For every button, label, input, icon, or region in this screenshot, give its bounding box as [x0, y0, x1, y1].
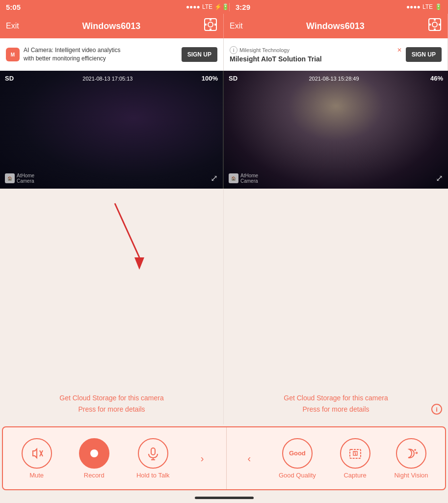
left-ad-text: AI Camera: Intelligent video analytics w…: [24, 46, 178, 63]
right-cloud-line1: Get Cloud Storage for this camera: [284, 392, 388, 403]
left-sd-label: SD: [5, 75, 14, 82]
left-controls-panel: Mute Record Hold to Talk: [3, 427, 227, 489]
mute-button[interactable]: Mute: [22, 438, 52, 479]
ad-row: M AI Camera: Intelligent video analytics…: [0, 38, 448, 71]
svg-rect-2: [210, 18, 211, 21]
capture-button[interactable]: Capture: [340, 438, 370, 479]
record-button[interactable]: Record: [79, 438, 109, 479]
right-middle-panel: Get Cloud Storage for this camera Press …: [224, 189, 448, 424]
svg-rect-10: [428, 24, 431, 26]
ad-close-icon[interactable]: ✕: [397, 47, 402, 54]
svg-line-21: [355, 451, 356, 455]
lte-label: LTE: [202, 3, 212, 10]
left-status-icons: ●●●● LTE ⚡🔋: [186, 3, 229, 10]
right-athome-watermark: 🏠 AtHomeCamera: [229, 173, 258, 184]
record-circle: [79, 438, 109, 469]
capture-icon: [348, 447, 362, 460]
right-athome-text: AtHomeCamera: [240, 173, 258, 184]
svg-point-1: [208, 22, 213, 27]
right-camera-title: Windows6013: [243, 21, 428, 31]
athome-logo-icon: 🏠: [5, 173, 15, 183]
right-ad-info-row: i Milesight Technology ✕: [230, 46, 402, 54]
capture-circle: [340, 438, 370, 469]
svg-rect-4: [204, 24, 207, 26]
header-row: Exit Windows6013 Exit Windows6013: [0, 14, 448, 38]
hold-to-talk-label: Hold to Talk: [136, 472, 170, 479]
status-bar-left: 5:05 ●●●● LTE ⚡🔋: [6, 3, 230, 11]
night-vision-label: Night Vision: [394, 472, 428, 479]
right-cloud-storage-text[interactable]: Get Cloud Storage for this camera Press …: [284, 392, 388, 415]
left-ad-panel[interactable]: M AI Camera: Intelligent video analytics…: [0, 38, 224, 71]
right-signup-button[interactable]: SIGN UP: [406, 47, 442, 62]
left-datetime: 2021-08-13 17:05:13: [82, 76, 132, 82]
svg-rect-5: [214, 24, 217, 26]
status-bar-right: 3:29 ●●●● LTE 🔋: [230, 3, 442, 11]
left-middle-panel: Get Cloud Storage for this camera Press …: [0, 189, 224, 424]
ad-line1: AI Camera: Intelligent video analytics: [24, 46, 178, 55]
right-time: 3:29: [236, 3, 250, 11]
right-settings-icon[interactable]: [428, 18, 442, 34]
svg-rect-8: [434, 18, 436, 21]
right-controls-panel: ‹ Good Good Quality Capture: [227, 427, 445, 489]
ad-main-title: Milesight AIoT Solution Trial: [230, 55, 402, 63]
left-expand-icon[interactable]: ⤢: [211, 173, 218, 184]
record-icon: [87, 447, 101, 460]
right-header-panel: Exit Windows6013: [224, 14, 448, 38]
svg-marker-13: [134, 257, 144, 270]
right-expand-icon[interactable]: ⤢: [436, 173, 443, 184]
record-label: Record: [84, 472, 105, 479]
left-time: 5:05: [6, 3, 21, 11]
left-nav-arrow[interactable]: ‹: [243, 449, 255, 468]
svg-point-24: [416, 452, 418, 453]
ad-company-name: Milesight Technology: [239, 47, 290, 53]
left-settings-icon[interactable]: [204, 18, 217, 34]
left-cloud-storage-text[interactable]: Get Cloud Storage for this camera Press …: [59, 392, 163, 415]
left-athome-watermark: 🏠 AtHomeCamera: [5, 173, 34, 184]
left-header-panel: Exit Windows6013: [0, 14, 224, 38]
left-exit-button[interactable]: Exit: [6, 22, 19, 30]
right-sd-label: SD: [229, 75, 237, 82]
left-cloud-line1: Get Cloud Storage for this camera: [59, 392, 163, 403]
right-battery-percent: 46%: [430, 75, 443, 82]
info-circle-button[interactable]: i: [431, 404, 442, 415]
right-signal-icon: ●●●●: [406, 3, 421, 10]
left-camera-overlay: SD 2021-08-13 17:05:13 100%: [0, 75, 223, 82]
left-signup-button[interactable]: SIGN UP: [182, 47, 217, 62]
ad-line2: with better monitoring efficiency: [24, 55, 178, 63]
right-nav-arrow[interactable]: ›: [197, 449, 208, 468]
right-camera-feed: [224, 71, 448, 189]
home-indicator: [0, 492, 448, 503]
right-battery-icon: 🔋: [435, 3, 442, 10]
status-bar: 5:05 ●●●● LTE ⚡🔋 3:29 ●●●● LTE 🔋: [0, 0, 448, 14]
left-cloud-line2: Press for more details: [59, 404, 163, 415]
milesight-logo: M: [6, 48, 20, 61]
info-icon: i: [230, 46, 237, 54]
right-ad-panel[interactable]: i Milesight Technology ✕ Milesight AIoT …: [224, 38, 448, 71]
quality-button[interactable]: Good Good Quality: [279, 438, 316, 479]
svg-line-12: [115, 203, 139, 257]
microphone-icon: [146, 447, 160, 460]
right-camera-overlay: SD 2021-08-13 15:28:49 46%: [224, 75, 448, 82]
svg-rect-3: [210, 28, 211, 31]
right-exit-button[interactable]: Exit: [230, 22, 243, 30]
right-athome-logo-icon: 🏠: [229, 173, 238, 183]
svg-rect-17: [151, 448, 155, 455]
hold-to-talk-button[interactable]: Hold to Talk: [136, 438, 170, 479]
capture-label: Capture: [343, 472, 366, 479]
battery-icon: ⚡🔋: [214, 3, 229, 10]
home-bar: [195, 497, 254, 499]
signal-icon: ●●●●: [186, 3, 200, 10]
svg-point-7: [432, 22, 437, 27]
right-datetime: 2021-08-13 15:28:49: [309, 76, 359, 82]
camera-row: SD 2021-08-13 17:05:13 100% 🏠 AtHomeCame…: [0, 71, 448, 189]
controls-row: Mute Record Hold to Talk: [2, 426, 446, 490]
svg-rect-9: [434, 28, 436, 31]
left-camera-panel: SD 2021-08-13 17:05:13 100% 🏠 AtHomeCame…: [0, 71, 224, 189]
right-camera-panel: SD 2021-08-13 15:28:49 46% 🏠 AtHomeCamer…: [224, 71, 448, 189]
quality-circle: Good: [282, 438, 313, 469]
night-vision-button[interactable]: Night Vision: [394, 438, 428, 479]
right-status-icons: ●●●● LTE 🔋: [406, 3, 442, 10]
left-battery-percent: 100%: [202, 75, 218, 82]
mute-circle: [22, 438, 52, 469]
quality-label: Good Quality: [279, 472, 316, 479]
